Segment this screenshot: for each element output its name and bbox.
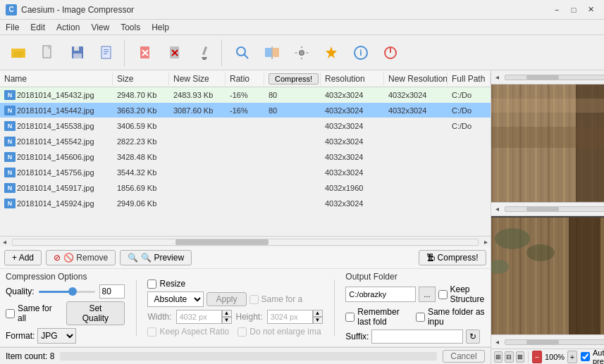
height-input[interactable] — [267, 310, 313, 324]
auto-preview-checkbox[interactable]: Auto preview — [581, 349, 604, 365]
prev-mid-left[interactable]: ◂ — [493, 205, 502, 213]
preview-button[interactable]: 🔍 🔍 Preview — [120, 250, 192, 265]
table-row[interactable]: N 20181014_145538.jpg 3406.59 Kb 4032x30… — [0, 118, 491, 134]
open-folder-button[interactable] — [4, 39, 32, 67]
preview-scrollbar-top[interactable] — [505, 75, 604, 80]
height-down[interactable]: ▼ — [313, 317, 323, 324]
compress-header-button[interactable]: Compress! — [269, 73, 319, 84]
table-row[interactable]: N 20181014_145442.jpg 3663.20 Kb 3087.60… — [0, 103, 491, 118]
format-select[interactable]: JPG PNG WebP — [37, 328, 76, 344]
zoom-out-button[interactable]: − — [532, 351, 542, 363]
row-newsize: 3087.60 Kb — [169, 105, 226, 116]
quality-input[interactable] — [99, 284, 125, 299]
auto-preview-check[interactable] — [581, 352, 590, 361]
horizontal-scrollbar[interactable]: ◂ ▸ — [0, 236, 491, 247]
menu-action[interactable]: Action — [51, 21, 85, 34]
search-button[interactable] — [228, 39, 257, 67]
app-icon: C — [6, 4, 17, 15]
scroll-track[interactable] — [12, 239, 479, 246]
output-folder-input[interactable] — [345, 287, 416, 302]
add-button[interactable]: + Add — [4, 250, 42, 265]
quality-slider[interactable] — [39, 286, 95, 297]
clean-button[interactable] — [190, 39, 218, 67]
row-newres: 4032x3024 — [384, 105, 448, 116]
prev-top-left[interactable]: ◂ — [493, 73, 502, 81]
svg-rect-7 — [74, 46, 79, 51]
preview-bottom — [491, 216, 604, 335]
remember-last-checkbox[interactable]: Remember last fold — [345, 307, 413, 327]
same-for-all-check[interactable] — [6, 309, 15, 318]
table-row[interactable]: N 20181014_145542.jpg 2822.23 Kb 4032x30… — [0, 134, 491, 149]
table-row[interactable]: N 20181014_145432.jpg 2948.70 Kb 2483.93… — [0, 87, 491, 103]
grid-view-3[interactable]: ⊠ — [516, 351, 525, 363]
same-for-a-check[interactable] — [249, 295, 259, 304]
row-ratio: -16% — [226, 89, 264, 101]
width-down[interactable]: ▼ — [222, 317, 232, 324]
set-quality-button[interactable]: Set Quality — [66, 301, 125, 325]
scroll-right-button[interactable]: ▸ — [481, 238, 491, 246]
minimize-button[interactable]: − — [549, 3, 565, 17]
browse-button[interactable]: ... — [419, 287, 435, 302]
preview-scrollbar-mid[interactable] — [505, 206, 604, 212]
open-file-button[interactable] — [34, 39, 62, 67]
apply-button[interactable]: Apply — [207, 292, 246, 306]
keep-aspect-checkbox[interactable]: Keep Aspect Ratio — [147, 327, 229, 337]
keep-aspect-check[interactable] — [147, 327, 156, 337]
col-header-newres: New Resolution — [384, 73, 448, 85]
resize-check[interactable] — [147, 280, 156, 289]
table-row[interactable]: N 20181014_145924.jpg 2949.06 Kb 4032x30… — [0, 196, 491, 211]
image-compare-button[interactable] — [258, 39, 286, 67]
menu-edit[interactable]: Edit — [25, 21, 51, 34]
settings-button[interactable] — [288, 39, 316, 67]
scroll-left-button[interactable]: ◂ — [0, 238, 9, 246]
keep-structure-checkbox[interactable]: Keep Structure — [438, 284, 485, 304]
remove-button[interactable]: ⊘ 🚫 Remove — [46, 250, 116, 265]
width-spinner[interactable]: ▲ ▼ — [222, 310, 232, 324]
zoom-in-button[interactable]: + — [567, 351, 577, 363]
menu-tools[interactable]: Tools — [115, 21, 146, 34]
preview-scrollbar-bot[interactable] — [505, 339, 604, 345]
export-button[interactable] — [93, 39, 121, 67]
table-row[interactable]: N 20181014_145917.jpg 1856.69 Kb 4032x19… — [0, 180, 491, 196]
width-input[interactable] — [176, 310, 222, 324]
table-row[interactable]: N 20181014_145756.jpg 3544.32 Kb 4032x30… — [0, 165, 491, 180]
col-header-compress[interactable]: Compress! — [264, 72, 321, 86]
menu-file[interactable]: File — [0, 21, 25, 34]
no-enlarge-checkbox[interactable]: Do not enlarge ima — [238, 327, 321, 337]
clear-button[interactable] — [131, 39, 159, 67]
compression-section: Compression Options Quality: Same for al… — [6, 272, 125, 344]
same-folder-check[interactable] — [416, 313, 425, 322]
same-folder-checkbox[interactable]: Same folder as inpu — [416, 307, 485, 327]
file-type-icon: N — [4, 90, 16, 100]
suffix-input[interactable] — [371, 330, 463, 344]
power-button[interactable] — [376, 39, 405, 67]
remove-button[interactable] — [161, 39, 189, 67]
height-spinner[interactable]: ▲ ▼ — [313, 310, 323, 324]
compress-button[interactable]: 🗜 Compress! — [419, 250, 486, 265]
no-enlarge-check[interactable] — [238, 327, 247, 337]
row-quality — [264, 187, 321, 189]
same-for-a-checkbox[interactable]: Same for a — [249, 294, 303, 304]
star-button[interactable] — [317, 39, 345, 67]
resize-checkbox[interactable]: Resize — [147, 279, 322, 289]
file-type-icon: N — [4, 168, 16, 177]
same-for-all-checkbox[interactable]: Same for all — [6, 303, 61, 323]
close-button[interactable]: ✕ — [583, 3, 598, 17]
info-button[interactable]: i — [347, 39, 375, 67]
menu-help[interactable]: Help — [146, 21, 175, 34]
keep-structure-check[interactable] — [438, 290, 448, 299]
maximize-button[interactable]: □ — [566, 3, 581, 17]
grid-view-2[interactable]: ⊟ — [505, 351, 514, 363]
table-row[interactable]: N 20181014_145606.jpg 3428.48 Kb 4032x30… — [0, 149, 491, 165]
prev-bot-left[interactable]: ◂ — [493, 338, 502, 346]
height-up[interactable]: ▲ — [313, 310, 323, 317]
grid-view-1[interactable]: ⊞ — [494, 351, 503, 363]
menu-view[interactable]: View — [85, 21, 115, 34]
remember-last-check[interactable] — [345, 313, 355, 322]
scroll-thumb[interactable] — [175, 239, 269, 245]
save-button[interactable] — [63, 39, 92, 67]
resize-mode-select[interactable]: Absolute Percentage Resolution — [147, 291, 204, 307]
refresh-button[interactable]: ↻ — [466, 330, 480, 344]
cancel-button[interactable]: Cancel — [443, 350, 484, 363]
width-up[interactable]: ▲ — [222, 310, 232, 317]
